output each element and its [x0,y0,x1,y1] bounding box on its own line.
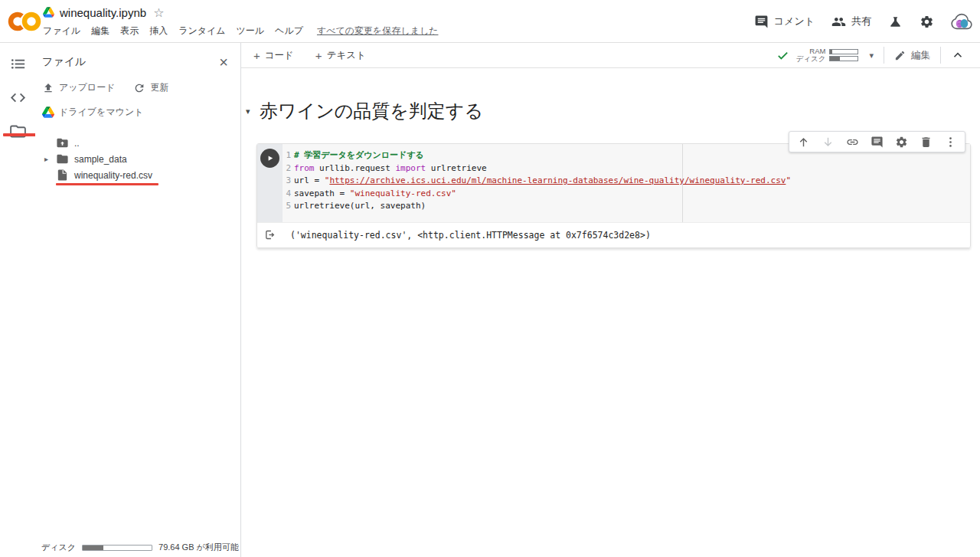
resources-dropdown-icon[interactable]: ▾ [869,51,874,61]
disk-usage: ディスク 79.64 GB が利用可能 [41,542,239,553]
tree-item-label: winequality-red.csv [74,170,152,181]
menu-tools[interactable]: ツール [237,25,265,38]
tree-item-label: sample_data [74,154,127,165]
disk-available-text: 79.64 GB が利用可能 [158,542,239,553]
output-text: ('winequality-red.csv', <http.client.HTT… [290,230,651,241]
annotation-underline-files-icon [3,133,37,136]
user-avatar[interactable] [951,11,972,32]
menu-bar: ファイル 編集 表示 挿入 ランタイム ツール ヘルプ すべての変更を保存しまし… [43,25,438,38]
file-icon [56,169,69,182]
header-actions: コメント 共有 [754,0,972,43]
upload-label: アップロード [59,81,115,94]
run-cell-button[interactable] [260,149,279,168]
code-cell: 1# 学習データをダウンロードする2from urllib.request im… [256,143,971,248]
files-panel: ファイル × アップロード 更新 ドライブをマウント [35,43,241,557]
star-icon[interactable]: ☆ [153,5,164,20]
disk-usage-bar [829,56,858,61]
upload-button[interactable]: アップロード [42,81,115,94]
divider [940,47,941,64]
collapse-header-icon[interactable] [951,48,965,62]
expand-chevron-icon[interactable]: ▸ [41,155,56,163]
cell-settings-gear-icon[interactable] [895,136,908,149]
comment-label: コメント [774,15,815,28]
copy-link-icon[interactable] [846,136,859,149]
edit-mode-button[interactable]: 編集 [894,49,930,62]
refresh-button[interactable]: 更新 [133,81,168,94]
pencil-icon [894,50,906,61]
table-of-contents-button[interactable] [0,55,35,78]
more-vert-icon[interactable] [944,136,957,149]
colab-logo-icon[interactable] [6,10,43,33]
share-button[interactable]: 共有 [831,15,871,29]
move-cell-up-icon[interactable] [797,136,810,149]
comment-button[interactable]: コメント [754,15,815,29]
notebook-toolbar: + コード + テキスト RAM ディスク [241,43,980,68]
files-panel-title: ファイル [42,55,86,69]
add-code-label: コード [265,49,294,62]
move-cell-down-icon[interactable] [822,136,835,149]
refresh-label: 更新 [150,81,168,94]
add-comment-icon[interactable] [871,136,884,149]
plus-icon: + [253,49,260,62]
menu-insert[interactable]: 挿入 [149,25,168,38]
markdown-section-heading[interactable]: ▾ 赤ワインの品質を判定する [246,99,980,123]
tree-item-label: .. [74,138,80,149]
menu-view[interactable]: 表示 [120,25,139,38]
mount-drive-label: ドライブをマウント [59,106,144,119]
cell-toolbar [789,131,965,152]
cell-gutter [257,144,283,222]
drive-icon [42,106,54,118]
tree-item-parent-dir[interactable]: .. [35,135,240,151]
disk-label: ディスク [796,55,826,63]
menu-file[interactable]: ファイル [43,25,80,38]
annotation-underline-csv-file [56,183,158,185]
section-collapse-icon[interactable]: ▾ [246,106,256,116]
file-tree: .. ▸ sample_data winequality-red.csv [35,135,240,183]
folder-up-icon [56,136,69,149]
divider [884,47,884,64]
refresh-icon [133,82,145,94]
notebook-main: + コード + テキスト RAM ディスク [241,43,980,557]
upload-icon [42,82,54,94]
delete-cell-icon[interactable] [920,136,933,149]
code-lines: 1# 学習データをダウンロードする2from urllib.request im… [285,149,970,213]
app-header: winequality.ipynb ☆ ファイル 編集 表示 挿入 ランタイム … [0,0,980,43]
menu-help[interactable]: ヘルプ [275,25,303,38]
settings-gear-icon[interactable] [920,15,934,29]
labs-flask-icon[interactable] [888,15,903,29]
close-panel-icon[interactable]: × [219,56,228,68]
edit-label: 編集 [911,49,930,62]
code-editor[interactable]: 1# 学習データをダウンロードする2from urllib.request im… [283,144,970,222]
title-block: winequality.ipynb ☆ ファイル 編集 表示 挿入 ランタイム … [43,4,438,38]
folder-icon [56,152,69,165]
add-text-label: テキスト [327,49,366,62]
add-code-button[interactable]: + コード [253,49,294,62]
notebook-title[interactable]: winequality.ipynb [60,6,146,19]
comment-icon [754,15,769,29]
colab-app: winequality.ipynb ☆ ファイル 編集 表示 挿入 ランタイム … [0,0,980,557]
people-icon [831,15,846,29]
resources-widget[interactable]: RAM ディスク [796,48,859,63]
tree-item-sample-data[interactable]: ▸ sample_data [35,151,240,167]
share-label: 共有 [851,15,871,28]
connected-check-icon [776,49,789,62]
plus-icon: + [315,49,322,62]
disk-usage-label: ディスク [41,542,76,553]
output-icon [263,228,276,241]
code-snippets-button[interactable] [0,89,35,112]
drive-icon [43,7,54,18]
disk-usage-bar [82,545,152,551]
left-rail [0,43,35,557]
menu-edit[interactable]: 編集 [91,25,109,38]
save-status-link[interactable]: すべての変更を保存しました [317,25,439,38]
mount-drive-button[interactable]: ドライブをマウント [35,94,240,119]
ram-usage-bar [829,49,858,54]
tree-item-winequality-csv[interactable]: winequality-red.csv [35,167,240,183]
menu-runtime[interactable]: ランタイム [178,25,225,38]
notebook-content: ▾ 赤ワインの品質を判定する [241,99,980,248]
section-heading-text: 赤ワインの品質を判定する [260,99,483,123]
add-text-button[interactable]: + テキスト [315,49,366,62]
cell-output: ('winequality-red.csv', <http.client.HTT… [257,222,970,247]
play-icon [264,152,276,164]
